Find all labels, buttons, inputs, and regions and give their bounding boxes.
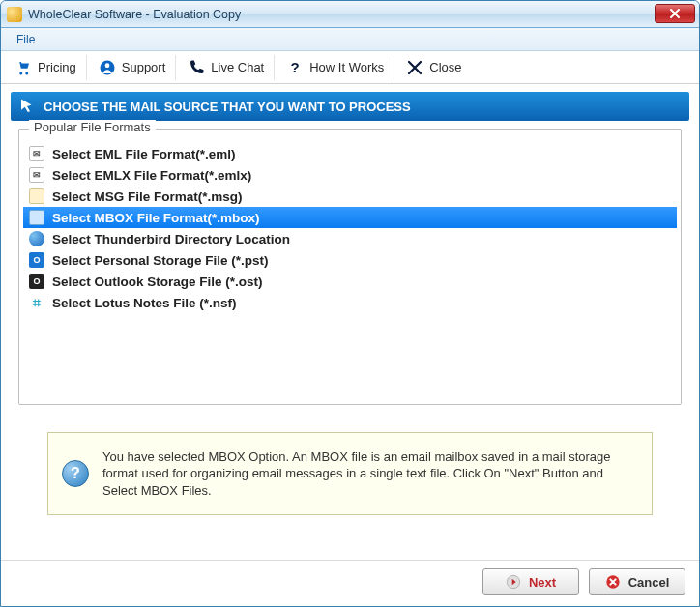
mbox-icon xyxy=(29,210,44,225)
window-close-button[interactable] xyxy=(655,4,695,23)
phone-icon xyxy=(188,59,205,76)
next-label: Next xyxy=(529,575,556,590)
menubar: File xyxy=(1,28,699,51)
close-icon xyxy=(670,9,680,18)
format-label: Select Personal Storage File (*.pst) xyxy=(52,253,269,268)
toolbar: Pricing Support Live Chat ? How It Works… xyxy=(1,51,699,84)
user-icon xyxy=(99,59,116,76)
toolbar-support[interactable]: Support xyxy=(89,55,177,80)
format-ost[interactable]: O Select Outlook Storage File (*.ost) xyxy=(23,271,677,292)
next-icon xyxy=(506,574,521,590)
info-message: You have selected MBOX Option. An MBOX f… xyxy=(102,448,638,500)
format-emlx[interactable]: ✉ Select EMLX File Format(*.emlx) xyxy=(23,164,677,186)
cart-icon xyxy=(15,59,32,76)
groupbox-legend: Popular File Formats xyxy=(29,120,156,134)
menu-file[interactable]: File xyxy=(11,30,41,49)
format-mbox[interactable]: Select MBOX File Format(*.mbox) xyxy=(23,207,677,228)
thunderbird-icon xyxy=(29,231,44,246)
help-icon: ? xyxy=(62,460,89,487)
next-button[interactable]: Next xyxy=(482,568,579,595)
format-label: Select EML File Format(*.eml) xyxy=(52,147,236,161)
cursor-icon xyxy=(18,98,36,115)
format-label: Select Thunderbird Directory Location xyxy=(52,232,290,246)
format-pst[interactable]: O Select Personal Storage File (*.pst) xyxy=(23,249,677,271)
question-icon: ? xyxy=(286,59,304,76)
window-title: WholeClear Software - Evaluation Copy xyxy=(28,8,241,21)
toolbar-livechat-label: Live Chat xyxy=(211,60,264,74)
toolbar-close-label: Close xyxy=(429,60,461,74)
pst-icon: O xyxy=(29,252,44,268)
toolbar-close[interactable]: Close xyxy=(396,55,471,80)
format-label: Select EMLX File Format(*.emlx) xyxy=(52,168,251,183)
ost-icon: O xyxy=(29,274,44,289)
toolbar-pricing-label: Pricing xyxy=(38,60,76,74)
nsf-icon: ⌗ xyxy=(29,295,44,310)
svg-point-1 xyxy=(104,63,109,68)
x-icon xyxy=(406,59,423,76)
format-label: Select Outlook Storage File (*.ost) xyxy=(52,275,263,289)
toolbar-howitworks-label: How It Works xyxy=(309,60,384,74)
format-eml[interactable]: ✉ Select EML File Format(*.eml) xyxy=(23,143,677,164)
app-icon xyxy=(7,7,22,22)
format-label: Select MBOX File Format(*.mbox) xyxy=(52,211,260,225)
eml-icon: ✉ xyxy=(29,146,44,161)
toolbar-howitworks[interactable]: ? How It Works xyxy=(277,55,394,80)
toolbar-livechat[interactable]: Live Chat xyxy=(178,55,275,80)
msg-icon xyxy=(29,188,44,204)
emlx-icon: ✉ xyxy=(29,167,44,183)
cancel-icon xyxy=(605,574,621,590)
format-label: Select Lotus Notes File (*.nsf) xyxy=(52,296,237,310)
format-nsf[interactable]: ⌗ Select Lotus Notes File (*.nsf) xyxy=(23,292,677,313)
formats-groupbox: Popular File Formats ✉ Select EML File F… xyxy=(18,129,682,405)
section-title: CHOOSE THE MAIL SOURCE THAT YOU WANT TO … xyxy=(44,100,411,114)
section-header: CHOOSE THE MAIL SOURCE THAT YOU WANT TO … xyxy=(11,92,689,121)
format-label: Select MSG File Format(*.msg) xyxy=(52,189,243,204)
toolbar-support-label: Support xyxy=(122,60,166,74)
cancel-label: Cancel xyxy=(628,575,670,590)
titlebar: WholeClear Software - Evaluation Copy xyxy=(1,1,699,28)
cancel-button[interactable]: Cancel xyxy=(589,568,685,595)
toolbar-pricing[interactable]: Pricing xyxy=(5,55,87,80)
info-box: ? You have selected MBOX Option. An MBOX… xyxy=(47,432,653,515)
formats-list: ✉ Select EML File Format(*.eml) ✉ Select… xyxy=(23,143,677,313)
footer: Next Cancel xyxy=(1,560,699,606)
format-thunderbird[interactable]: Select Thunderbird Directory Location xyxy=(23,228,677,249)
svg-text:?: ? xyxy=(291,59,300,75)
format-msg[interactable]: Select MSG File Format(*.msg) xyxy=(23,186,677,207)
